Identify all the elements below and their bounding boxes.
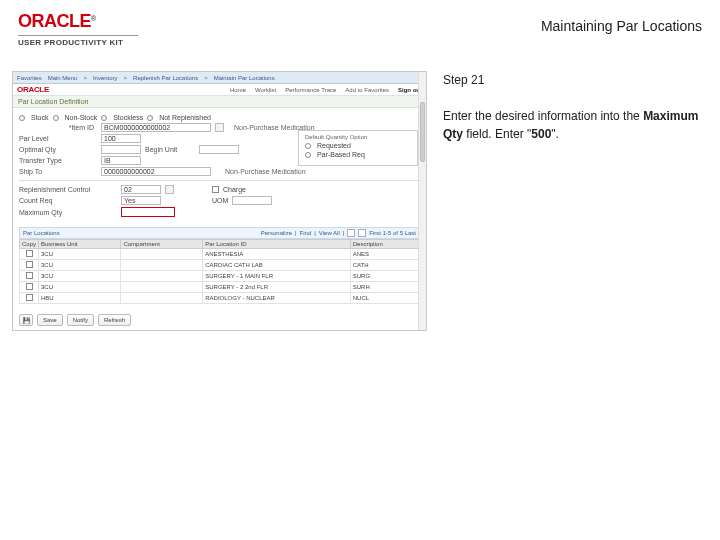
breadcrumb-item[interactable]: Replenish Par Locations	[133, 75, 198, 81]
table-row[interactable]: HBURADIOLOGY - NUCLEARNUCL	[20, 293, 420, 304]
cell-copy[interactable]	[20, 260, 39, 271]
cell-bu: 3CU	[39, 260, 121, 271]
ship-to-label: Ship To	[19, 168, 97, 175]
radio-stockless-label: Stockless	[113, 114, 143, 121]
brand-subtitle: USER PRODUCTIVITY KIT	[18, 38, 138, 47]
ship-to-field[interactable]: 0000000000002	[101, 167, 211, 176]
grid-viewall[interactable]: View All	[319, 230, 340, 236]
opt-qty-label: Optimal Qty	[19, 146, 97, 153]
nonpur-med-label: Non-Purchase Medication	[225, 168, 306, 175]
table-row[interactable]: 3CUCARDIAC CATH LABCATH	[20, 260, 420, 271]
brand-block: ORACLE® USER PRODUCTIVITY KIT	[18, 12, 138, 47]
par-level-field[interactable]: 100	[101, 134, 141, 143]
begin-unit-field[interactable]	[199, 145, 239, 154]
lookup-icon[interactable]	[165, 185, 174, 194]
radio-parbased[interactable]	[305, 152, 311, 158]
topnav-worklist[interactable]: Worklist	[255, 87, 276, 93]
charge-checkbox[interactable]	[212, 186, 219, 193]
max-qty-field[interactable]	[121, 207, 175, 217]
table-row[interactable]: 3CUSURGERY - 1 MAIN FLRSURG	[20, 271, 420, 282]
radio-notrepl-label: Not Replenished	[159, 114, 211, 121]
cell-parloc: RADIOLOGY - NUCLEAR	[203, 293, 350, 304]
col-copy[interactable]: Copy	[20, 240, 39, 249]
max-qty-label: Maximum Qty	[19, 209, 117, 216]
default-qty-option: Default Quantity Option Requested Par-Ba…	[298, 130, 418, 166]
count-req-label: Count Req	[19, 197, 117, 204]
grid-find[interactable]: Find	[300, 230, 312, 236]
par-level-value: 100	[104, 135, 116, 142]
col-parloc[interactable]: Par Location ID	[203, 240, 350, 249]
cell-parloc: ANESTHESIA	[203, 249, 350, 260]
uom-field[interactable]	[232, 196, 272, 205]
radio-notrepl[interactable]	[147, 115, 153, 121]
count-req-value: Yes	[124, 197, 135, 204]
save-icon-button[interactable]: 💾	[19, 314, 33, 326]
table-row[interactable]: 3CUSURGERY - 2 2nd FLRSURH	[20, 282, 420, 293]
repl-ctrl-field[interactable]: 02	[121, 185, 161, 194]
grid-table: Copy Business Unit Compartment Par Locat…	[19, 239, 420, 304]
repl-ctrl-value: 02	[124, 186, 132, 193]
save-button-label: Save	[43, 317, 57, 323]
count-req-field[interactable]: Yes	[121, 196, 161, 205]
cell-copy[interactable]	[20, 271, 39, 282]
radio-nonstock-label: Non-Stock	[65, 114, 98, 121]
refresh-button[interactable]: Refresh	[98, 314, 131, 326]
cell-comp	[121, 249, 203, 260]
col-desc[interactable]: Description	[350, 240, 419, 249]
radio-requested[interactable]	[305, 143, 311, 149]
cell-desc: CATH	[350, 260, 419, 271]
copy-checkbox[interactable]	[26, 250, 33, 257]
cell-bu: 3CU	[39, 282, 121, 293]
copy-checkbox[interactable]	[26, 261, 33, 268]
item-id-field[interactable]: BCM0000000000002	[101, 123, 211, 132]
transfer-type-field[interactable]: IB	[101, 156, 141, 165]
cell-copy[interactable]	[20, 282, 39, 293]
col-bu[interactable]: Business Unit	[39, 240, 121, 249]
topnav-perftrace[interactable]: Performance Trace	[285, 87, 336, 93]
breadcrumb-item[interactable]: Favorites	[17, 75, 42, 81]
charge-label: Charge	[223, 186, 246, 193]
opt-qty-field[interactable]	[101, 145, 141, 154]
grid-tools: Personalize| Find| View All| First 1-5 o…	[261, 229, 416, 237]
refresh-button-label: Refresh	[104, 317, 125, 323]
body: Favorites Main Menu > Inventory > Replen…	[0, 51, 720, 343]
breadcrumb-item[interactable]: Inventory	[93, 75, 118, 81]
radio-stockless[interactable]	[101, 115, 107, 121]
topnav-addfav[interactable]: Add to Favorites	[345, 87, 389, 93]
radio-parbased-label: Par-Based Req	[317, 151, 365, 158]
grid-zoom-icon[interactable]	[347, 229, 355, 237]
grid-pager[interactable]: First 1-5 of 5 Last	[369, 230, 416, 236]
default-qty-legend: Default Quantity Option	[305, 134, 411, 140]
form-title: Par Location Definition	[13, 96, 426, 108]
cell-comp	[121, 271, 203, 282]
instr-part2: field. Enter "	[463, 127, 531, 141]
transfer-type-value: IB	[104, 157, 111, 164]
save-button[interactable]: Save	[37, 314, 63, 326]
copy-checkbox[interactable]	[26, 283, 33, 290]
lookup-icon[interactable]	[215, 123, 224, 132]
col-comp[interactable]: Compartment	[121, 240, 203, 249]
notify-button[interactable]: Notify	[67, 314, 94, 326]
cell-comp	[121, 260, 203, 271]
ship-to-value: 0000000000002	[104, 168, 155, 175]
topnav-home[interactable]: Home	[230, 87, 246, 93]
copy-checkbox[interactable]	[26, 272, 33, 279]
app-logo: ORACLE	[17, 85, 49, 94]
cell-comp	[121, 282, 203, 293]
radio-stock[interactable]	[19, 115, 25, 121]
breadcrumb-item[interactable]: Maintain Par Locations	[214, 75, 275, 81]
page: ORACLE® USER PRODUCTIVITY KIT Maintainin…	[0, 0, 720, 540]
radio-nonstock[interactable]	[53, 115, 59, 121]
grid-download-icon[interactable]	[358, 229, 366, 237]
cell-copy[interactable]	[20, 293, 39, 304]
breadcrumb: Favorites Main Menu > Inventory > Replen…	[13, 72, 426, 84]
copy-checkbox[interactable]	[26, 294, 33, 301]
footer-buttons: 💾 Save Notify Refresh	[13, 310, 426, 330]
grid-title: Par Locations	[23, 230, 60, 236]
grid-personalize[interactable]: Personalize	[261, 230, 292, 236]
cell-bu: 3CU	[39, 271, 121, 282]
table-row[interactable]: 3CUANESTHESIAANES	[20, 249, 420, 260]
breadcrumb-item[interactable]: Main Menu	[48, 75, 78, 81]
cell-copy[interactable]	[20, 249, 39, 260]
uom-label: UOM	[212, 197, 228, 204]
